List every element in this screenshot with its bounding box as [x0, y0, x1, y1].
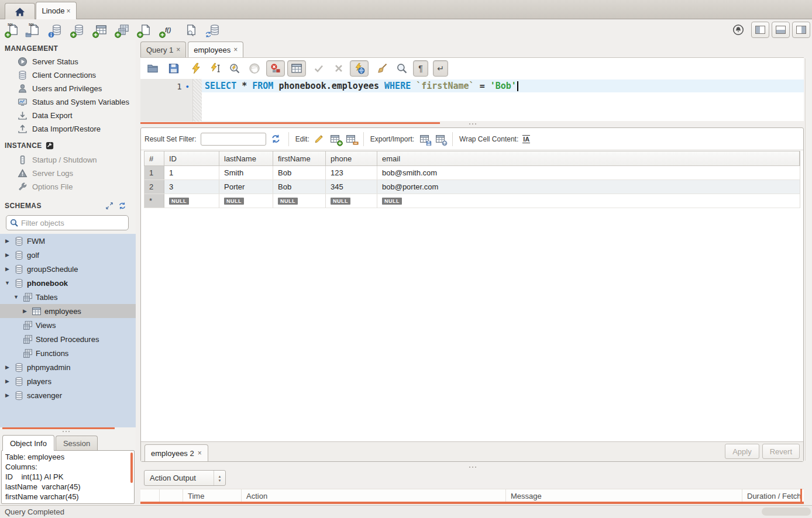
new-query-tab-button[interactable]: SQL — [6, 22, 21, 37]
execute-current-statement-button[interactable] — [208, 61, 223, 76]
table-row-new[interactable]: * NULL NULL NULL NULL NULL — [144, 194, 800, 208]
expander-icon[interactable]: ▶ — [4, 238, 11, 244]
tree-item-employees[interactable]: ▶ employees — [0, 304, 136, 318]
expander-icon[interactable]: ▶ — [21, 308, 29, 314]
create-schema-button[interactable] — [71, 22, 87, 37]
expander-icon[interactable]: ▼ — [4, 280, 11, 286]
tab-query-1[interactable]: Query 1 × — [140, 42, 186, 57]
import-records-icon[interactable] — [434, 133, 446, 145]
sidebar-splitter[interactable] — [136, 40, 140, 505]
expander-icon[interactable]: ▶ — [4, 266, 11, 272]
tree-item-stored-procedures[interactable]: Stored Procedures — [0, 332, 136, 346]
column-header-email[interactable]: email — [377, 151, 800, 165]
sidebar-item-data-import[interactable]: Data Import/Restore — [0, 122, 136, 136]
close-icon[interactable]: × — [233, 46, 238, 54]
sidebar-item-server-status[interactable]: Server Status — [0, 55, 136, 68]
sidebar-item-startup-shutdown[interactable]: Startup / Shutdown — [0, 153, 136, 167]
sidebar-item-status-system-variables[interactable]: Status and System Variables — [0, 95, 136, 109]
tree-item-tables[interactable]: ▼ Tables — [0, 290, 136, 304]
expand-panel-icon[interactable] — [105, 202, 113, 210]
wrap-cell-content-icon[interactable]: IA — [522, 135, 530, 143]
tab-session[interactable]: Session — [56, 436, 98, 451]
home-tab[interactable] — [5, 3, 35, 19]
create-view-button[interactable] — [116, 22, 131, 37]
tab-employees[interactable]: employees × — [188, 42, 243, 57]
delete-row-icon[interactable] — [345, 133, 357, 145]
output-type-select[interactable]: Action Output ▴▾ — [144, 470, 226, 486]
expander-icon[interactable]: ▶ — [4, 364, 11, 370]
search-data-button[interactable] — [184, 22, 199, 37]
expander-icon[interactable]: ▶ — [4, 392, 11, 398]
schema-filter-input[interactable] — [21, 219, 115, 227]
null-badge[interactable]: NULL — [331, 198, 350, 205]
info-panel-scrollbar[interactable] — [130, 453, 133, 483]
create-procedure-button[interactable] — [138, 22, 153, 37]
wrap-toggle[interactable]: ↵ — [433, 60, 448, 77]
tree-item-functions[interactable]: Functions — [0, 346, 136, 360]
horizontal-scrollbar-thumb[interactable] — [762, 507, 811, 516]
apply-button[interactable]: Apply — [725, 444, 759, 459]
expander-icon[interactable]: ▶ — [4, 378, 11, 384]
autocommit-toggle[interactable] — [350, 60, 369, 77]
tree-item-groupschedule[interactable]: ▶ groupSchedule — [0, 262, 136, 276]
close-icon[interactable]: × — [67, 7, 71, 15]
editor-splitter-handle[interactable] — [469, 123, 480, 125]
open-file-button[interactable] — [145, 61, 160, 76]
sidebar-item-server-logs[interactable]: Server Logs — [0, 167, 136, 180]
expander-icon[interactable]: ▶ — [4, 252, 11, 258]
limit-rows-toggle[interactable] — [287, 60, 306, 77]
tree-item-players[interactable]: ▶ players — [0, 374, 136, 388]
execute-button[interactable] — [188, 61, 204, 76]
null-badge[interactable]: NULL — [382, 198, 402, 205]
null-badge[interactable]: NULL — [224, 198, 244, 205]
table-row[interactable]: 1 1 Smith Bob 123 bob@smith.com — [144, 166, 800, 180]
tree-item-phonebook[interactable]: ▼ phonebook — [0, 276, 136, 290]
explain-button[interactable] — [227, 61, 242, 76]
insert-row-icon[interactable] — [329, 133, 341, 145]
save-button[interactable] — [166, 61, 181, 76]
tab-employees-2[interactable]: employees 2 × — [144, 444, 208, 461]
column-header-message[interactable]: Message — [505, 489, 742, 503]
toggle-right-panel-button[interactable] — [792, 22, 810, 38]
column-header-duration[interactable]: Duration / Fetch — [742, 489, 804, 503]
sql-editor-body[interactable]: 1 ● SELECT * FROM phonebook.employees WH… — [140, 79, 804, 122]
column-header-lastname[interactable]: lastName — [219, 151, 273, 165]
connection-tab-linode[interactable]: Linode × — [36, 2, 77, 19]
spinner-icon[interactable]: ▴▾ — [214, 471, 225, 485]
column-header-action[interactable]: Action — [241, 489, 505, 503]
column-header-time[interactable]: Time — [183, 489, 241, 503]
inspect-database-button[interactable] — [49, 22, 64, 37]
schema-transfer-button[interactable] — [207, 22, 222, 37]
refresh-schemas-icon[interactable] — [118, 202, 126, 210]
find-button[interactable] — [394, 61, 410, 76]
tab-object-info[interactable]: Object Info — [2, 435, 54, 451]
refresh-icon[interactable] — [270, 133, 282, 145]
sql-text-area[interactable]: SELECT * FROM phonebook.employees WHERE … — [202, 79, 804, 122]
revert-button[interactable]: Revert — [762, 444, 800, 459]
tree-item-views[interactable]: Views — [0, 318, 136, 332]
beautify-button[interactable] — [374, 61, 390, 76]
tree-item-scavenger[interactable]: ▶ scavenger — [0, 388, 136, 402]
tree-item-fwm[interactable]: ▶ FWM — [0, 234, 136, 248]
close-icon[interactable]: × — [198, 449, 202, 457]
table-row[interactable]: 2 3 Porter Bob 345 bob@porter.com — [144, 180, 800, 194]
sidebar-item-users-privileges[interactable]: Users and Privileges — [0, 82, 136, 95]
tree-item-phpmyadmin[interactable]: ▶ phpmyadmin — [0, 360, 136, 374]
toggle-left-panel-button[interactable] — [751, 22, 769, 38]
edit-pencil-icon[interactable] — [314, 133, 325, 145]
sidebar-item-options-file[interactable]: Options File — [0, 180, 136, 194]
column-header-phone[interactable]: phone — [326, 151, 377, 165]
export-recordset-icon[interactable] — [418, 133, 430, 145]
result-filter-input[interactable] — [201, 133, 266, 146]
null-badge[interactable]: NULL — [278, 198, 298, 205]
toggle-stop-on-error-button[interactable] — [266, 60, 285, 77]
close-icon[interactable]: × — [176, 46, 180, 54]
column-header-id[interactable]: ID — [164, 151, 219, 165]
sidebar-splitter-handle[interactable] — [63, 430, 73, 433]
output-splitter-handle[interactable] — [469, 466, 480, 468]
create-function-button[interactable]: f() — [160, 22, 176, 37]
null-badge[interactable]: NULL — [169, 198, 189, 205]
open-sql-script-button[interactable]: SQL — [27, 22, 42, 37]
column-header-firstname[interactable]: firstName — [273, 151, 326, 165]
sidebar-item-data-export[interactable]: Data Export — [0, 109, 136, 122]
